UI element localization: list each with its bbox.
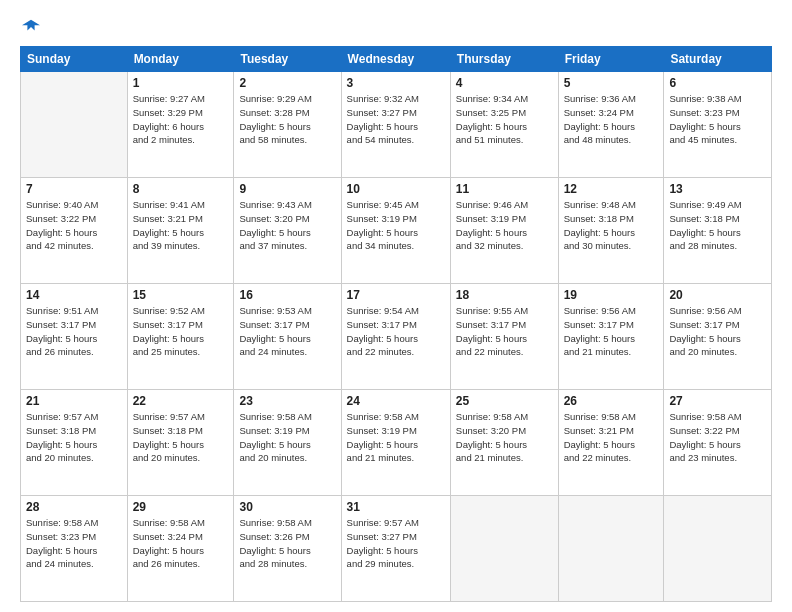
day-number: 3 [347,76,445,90]
calendar-header-row: SundayMondayTuesdayWednesdayThursdayFrid… [21,47,772,72]
day-number: 19 [564,288,659,302]
day-info: Sunrise: 9:55 AM Sunset: 3:17 PM Dayligh… [456,304,553,359]
header [20,18,772,36]
day-info: Sunrise: 9:57 AM Sunset: 3:18 PM Dayligh… [26,410,122,465]
day-info: Sunrise: 9:57 AM Sunset: 3:18 PM Dayligh… [133,410,229,465]
day-number: 25 [456,394,553,408]
day-number: 31 [347,500,445,514]
day-info: Sunrise: 9:45 AM Sunset: 3:19 PM Dayligh… [347,198,445,253]
calendar-day-cell: 18Sunrise: 9:55 AM Sunset: 3:17 PM Dayli… [450,284,558,390]
day-number: 29 [133,500,229,514]
day-info: Sunrise: 9:29 AM Sunset: 3:28 PM Dayligh… [239,92,335,147]
calendar-page: SundayMondayTuesdayWednesdayThursdayFrid… [0,0,792,612]
day-number: 8 [133,182,229,196]
day-info: Sunrise: 9:58 AM Sunset: 3:19 PM Dayligh… [347,410,445,465]
calendar-day-cell: 5Sunrise: 9:36 AM Sunset: 3:24 PM Daylig… [558,72,664,178]
calendar-day-cell: 27Sunrise: 9:58 AM Sunset: 3:22 PM Dayli… [664,390,772,496]
day-number: 11 [456,182,553,196]
day-number: 26 [564,394,659,408]
day-info: Sunrise: 9:57 AM Sunset: 3:27 PM Dayligh… [347,516,445,571]
calendar-week-row: 28Sunrise: 9:58 AM Sunset: 3:23 PM Dayli… [21,496,772,602]
calendar-day-cell: 11Sunrise: 9:46 AM Sunset: 3:19 PM Dayli… [450,178,558,284]
calendar-day-cell: 20Sunrise: 9:56 AM Sunset: 3:17 PM Dayli… [664,284,772,390]
day-number: 2 [239,76,335,90]
calendar-day-cell: 26Sunrise: 9:58 AM Sunset: 3:21 PM Dayli… [558,390,664,496]
day-number: 21 [26,394,122,408]
day-info: Sunrise: 9:43 AM Sunset: 3:20 PM Dayligh… [239,198,335,253]
calendar-day-cell: 6Sunrise: 9:38 AM Sunset: 3:23 PM Daylig… [664,72,772,178]
day-info: Sunrise: 9:58 AM Sunset: 3:23 PM Dayligh… [26,516,122,571]
logo [20,18,40,36]
day-number: 12 [564,182,659,196]
calendar-day-cell: 9Sunrise: 9:43 AM Sunset: 3:20 PM Daylig… [234,178,341,284]
day-info: Sunrise: 9:27 AM Sunset: 3:29 PM Dayligh… [133,92,229,147]
day-number: 5 [564,76,659,90]
calendar-day-cell: 14Sunrise: 9:51 AM Sunset: 3:17 PM Dayli… [21,284,128,390]
day-info: Sunrise: 9:49 AM Sunset: 3:18 PM Dayligh… [669,198,766,253]
calendar-week-row: 7Sunrise: 9:40 AM Sunset: 3:22 PM Daylig… [21,178,772,284]
day-number: 10 [347,182,445,196]
calendar-day-cell: 16Sunrise: 9:53 AM Sunset: 3:17 PM Dayli… [234,284,341,390]
day-info: Sunrise: 9:46 AM Sunset: 3:19 PM Dayligh… [456,198,553,253]
day-number: 9 [239,182,335,196]
calendar-day-cell [558,496,664,602]
day-number: 6 [669,76,766,90]
day-info: Sunrise: 9:53 AM Sunset: 3:17 PM Dayligh… [239,304,335,359]
day-number: 18 [456,288,553,302]
day-number: 14 [26,288,122,302]
calendar-day-cell: 31Sunrise: 9:57 AM Sunset: 3:27 PM Dayli… [341,496,450,602]
calendar-day-cell: 19Sunrise: 9:56 AM Sunset: 3:17 PM Dayli… [558,284,664,390]
day-number: 4 [456,76,553,90]
calendar-day-cell: 1Sunrise: 9:27 AM Sunset: 3:29 PM Daylig… [127,72,234,178]
calendar-day-cell: 7Sunrise: 9:40 AM Sunset: 3:22 PM Daylig… [21,178,128,284]
day-info: Sunrise: 9:58 AM Sunset: 3:24 PM Dayligh… [133,516,229,571]
day-info: Sunrise: 9:40 AM Sunset: 3:22 PM Dayligh… [26,198,122,253]
day-info: Sunrise: 9:32 AM Sunset: 3:27 PM Dayligh… [347,92,445,147]
calendar-day-cell [664,496,772,602]
col-header-thursday: Thursday [450,47,558,72]
col-header-saturday: Saturday [664,47,772,72]
day-number: 20 [669,288,766,302]
calendar-day-cell: 13Sunrise: 9:49 AM Sunset: 3:18 PM Dayli… [664,178,772,284]
day-number: 27 [669,394,766,408]
day-number: 15 [133,288,229,302]
day-info: Sunrise: 9:52 AM Sunset: 3:17 PM Dayligh… [133,304,229,359]
day-info: Sunrise: 9:56 AM Sunset: 3:17 PM Dayligh… [669,304,766,359]
calendar-day-cell: 8Sunrise: 9:41 AM Sunset: 3:21 PM Daylig… [127,178,234,284]
calendar-day-cell: 4Sunrise: 9:34 AM Sunset: 3:25 PM Daylig… [450,72,558,178]
calendar-day-cell [450,496,558,602]
calendar-week-row: 14Sunrise: 9:51 AM Sunset: 3:17 PM Dayli… [21,284,772,390]
calendar-day-cell: 24Sunrise: 9:58 AM Sunset: 3:19 PM Dayli… [341,390,450,496]
day-info: Sunrise: 9:58 AM Sunset: 3:20 PM Dayligh… [456,410,553,465]
calendar-day-cell: 21Sunrise: 9:57 AM Sunset: 3:18 PM Dayli… [21,390,128,496]
calendar-day-cell: 25Sunrise: 9:58 AM Sunset: 3:20 PM Dayli… [450,390,558,496]
col-header-monday: Monday [127,47,234,72]
day-info: Sunrise: 9:51 AM Sunset: 3:17 PM Dayligh… [26,304,122,359]
calendar-day-cell: 29Sunrise: 9:58 AM Sunset: 3:24 PM Dayli… [127,496,234,602]
calendar-table: SundayMondayTuesdayWednesdayThursdayFrid… [20,46,772,602]
calendar-day-cell: 22Sunrise: 9:57 AM Sunset: 3:18 PM Dayli… [127,390,234,496]
calendar-day-cell: 23Sunrise: 9:58 AM Sunset: 3:19 PM Dayli… [234,390,341,496]
calendar-day-cell [21,72,128,178]
col-header-tuesday: Tuesday [234,47,341,72]
col-header-wednesday: Wednesday [341,47,450,72]
day-info: Sunrise: 9:38 AM Sunset: 3:23 PM Dayligh… [669,92,766,147]
calendar-day-cell: 17Sunrise: 9:54 AM Sunset: 3:17 PM Dayli… [341,284,450,390]
day-number: 13 [669,182,766,196]
day-number: 7 [26,182,122,196]
day-info: Sunrise: 9:41 AM Sunset: 3:21 PM Dayligh… [133,198,229,253]
calendar-day-cell: 2Sunrise: 9:29 AM Sunset: 3:28 PM Daylig… [234,72,341,178]
day-info: Sunrise: 9:54 AM Sunset: 3:17 PM Dayligh… [347,304,445,359]
calendar-day-cell: 12Sunrise: 9:48 AM Sunset: 3:18 PM Dayli… [558,178,664,284]
calendar-day-cell: 3Sunrise: 9:32 AM Sunset: 3:27 PM Daylig… [341,72,450,178]
calendar-week-row: 1Sunrise: 9:27 AM Sunset: 3:29 PM Daylig… [21,72,772,178]
day-number: 17 [347,288,445,302]
day-number: 30 [239,500,335,514]
calendar-week-row: 21Sunrise: 9:57 AM Sunset: 3:18 PM Dayli… [21,390,772,496]
day-number: 22 [133,394,229,408]
col-header-friday: Friday [558,47,664,72]
calendar-day-cell: 15Sunrise: 9:52 AM Sunset: 3:17 PM Dayli… [127,284,234,390]
svg-marker-0 [22,20,40,31]
calendar-day-cell: 10Sunrise: 9:45 AM Sunset: 3:19 PM Dayli… [341,178,450,284]
calendar-day-cell: 30Sunrise: 9:58 AM Sunset: 3:26 PM Dayli… [234,496,341,602]
